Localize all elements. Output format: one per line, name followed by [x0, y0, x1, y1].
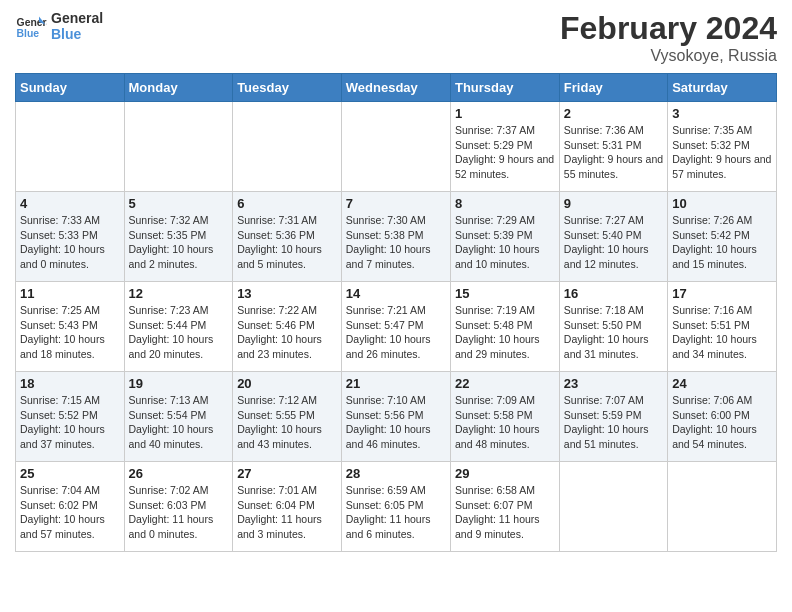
- day-number: 14: [346, 286, 446, 301]
- day-info: Sunrise: 7:15 AM Sunset: 5:52 PM Dayligh…: [20, 393, 120, 452]
- day-cell: 28Sunrise: 6:59 AM Sunset: 6:05 PM Dayli…: [341, 462, 450, 552]
- day-cell: 19Sunrise: 7:13 AM Sunset: 5:54 PM Dayli…: [124, 372, 233, 462]
- day-number: 4: [20, 196, 120, 211]
- day-cell: 20Sunrise: 7:12 AM Sunset: 5:55 PM Dayli…: [233, 372, 342, 462]
- day-cell: 8Sunrise: 7:29 AM Sunset: 5:39 PM Daylig…: [450, 192, 559, 282]
- day-cell: 26Sunrise: 7:02 AM Sunset: 6:03 PM Dayli…: [124, 462, 233, 552]
- day-number: 26: [129, 466, 229, 481]
- logo: General Blue General Blue: [15, 10, 103, 42]
- weekday-header-tuesday: Tuesday: [233, 74, 342, 102]
- day-cell: 17Sunrise: 7:16 AM Sunset: 5:51 PM Dayli…: [668, 282, 777, 372]
- day-number: 25: [20, 466, 120, 481]
- day-info: Sunrise: 7:12 AM Sunset: 5:55 PM Dayligh…: [237, 393, 337, 452]
- day-cell: 5Sunrise: 7:32 AM Sunset: 5:35 PM Daylig…: [124, 192, 233, 282]
- day-cell: [233, 102, 342, 192]
- day-info: Sunrise: 7:29 AM Sunset: 5:39 PM Dayligh…: [455, 213, 555, 272]
- day-number: 24: [672, 376, 772, 391]
- day-info: Sunrise: 7:16 AM Sunset: 5:51 PM Dayligh…: [672, 303, 772, 362]
- day-number: 12: [129, 286, 229, 301]
- month-year: February 2024: [560, 10, 777, 47]
- day-cell: 1Sunrise: 7:37 AM Sunset: 5:29 PM Daylig…: [450, 102, 559, 192]
- weekday-header-thursday: Thursday: [450, 74, 559, 102]
- day-number: 21: [346, 376, 446, 391]
- day-info: Sunrise: 7:31 AM Sunset: 5:36 PM Dayligh…: [237, 213, 337, 272]
- day-cell: 4Sunrise: 7:33 AM Sunset: 5:33 PM Daylig…: [16, 192, 125, 282]
- calendar-table: SundayMondayTuesdayWednesdayThursdayFrid…: [15, 73, 777, 552]
- day-cell: 3Sunrise: 7:35 AM Sunset: 5:32 PM Daylig…: [668, 102, 777, 192]
- day-info: Sunrise: 7:02 AM Sunset: 6:03 PM Dayligh…: [129, 483, 229, 542]
- page-header: General Blue General Blue February 2024 …: [15, 10, 777, 65]
- day-number: 13: [237, 286, 337, 301]
- day-info: Sunrise: 7:32 AM Sunset: 5:35 PM Dayligh…: [129, 213, 229, 272]
- day-info: Sunrise: 7:22 AM Sunset: 5:46 PM Dayligh…: [237, 303, 337, 362]
- day-number: 19: [129, 376, 229, 391]
- day-number: 6: [237, 196, 337, 211]
- day-cell: 11Sunrise: 7:25 AM Sunset: 5:43 PM Dayli…: [16, 282, 125, 372]
- day-number: 10: [672, 196, 772, 211]
- day-number: 2: [564, 106, 663, 121]
- day-info: Sunrise: 7:01 AM Sunset: 6:04 PM Dayligh…: [237, 483, 337, 542]
- day-cell: [668, 462, 777, 552]
- day-info: Sunrise: 7:27 AM Sunset: 5:40 PM Dayligh…: [564, 213, 663, 272]
- week-row-2: 4Sunrise: 7:33 AM Sunset: 5:33 PM Daylig…: [16, 192, 777, 282]
- day-number: 18: [20, 376, 120, 391]
- logo-blue: Blue: [51, 26, 103, 42]
- day-number: 28: [346, 466, 446, 481]
- day-cell: 7Sunrise: 7:30 AM Sunset: 5:38 PM Daylig…: [341, 192, 450, 282]
- day-cell: 6Sunrise: 7:31 AM Sunset: 5:36 PM Daylig…: [233, 192, 342, 282]
- day-info: Sunrise: 7:37 AM Sunset: 5:29 PM Dayligh…: [455, 123, 555, 182]
- day-info: Sunrise: 7:07 AM Sunset: 5:59 PM Dayligh…: [564, 393, 663, 452]
- weekday-header-wednesday: Wednesday: [341, 74, 450, 102]
- weekday-header-row: SundayMondayTuesdayWednesdayThursdayFrid…: [16, 74, 777, 102]
- day-info: Sunrise: 7:13 AM Sunset: 5:54 PM Dayligh…: [129, 393, 229, 452]
- day-info: Sunrise: 7:10 AM Sunset: 5:56 PM Dayligh…: [346, 393, 446, 452]
- day-cell: 18Sunrise: 7:15 AM Sunset: 5:52 PM Dayli…: [16, 372, 125, 462]
- day-info: Sunrise: 7:36 AM Sunset: 5:31 PM Dayligh…: [564, 123, 663, 182]
- day-number: 7: [346, 196, 446, 211]
- day-cell: 2Sunrise: 7:36 AM Sunset: 5:31 PM Daylig…: [559, 102, 667, 192]
- day-cell: 12Sunrise: 7:23 AM Sunset: 5:44 PM Dayli…: [124, 282, 233, 372]
- day-number: 9: [564, 196, 663, 211]
- day-number: 20: [237, 376, 337, 391]
- day-number: 5: [129, 196, 229, 211]
- day-cell: [16, 102, 125, 192]
- day-cell: 13Sunrise: 7:22 AM Sunset: 5:46 PM Dayli…: [233, 282, 342, 372]
- day-info: Sunrise: 7:35 AM Sunset: 5:32 PM Dayligh…: [672, 123, 772, 182]
- day-cell: 23Sunrise: 7:07 AM Sunset: 5:59 PM Dayli…: [559, 372, 667, 462]
- weekday-header-monday: Monday: [124, 74, 233, 102]
- day-cell: [559, 462, 667, 552]
- day-cell: [124, 102, 233, 192]
- svg-text:Blue: Blue: [17, 28, 40, 39]
- day-info: Sunrise: 6:59 AM Sunset: 6:05 PM Dayligh…: [346, 483, 446, 542]
- day-cell: 16Sunrise: 7:18 AM Sunset: 5:50 PM Dayli…: [559, 282, 667, 372]
- day-number: 15: [455, 286, 555, 301]
- day-number: 27: [237, 466, 337, 481]
- weekday-header-sunday: Sunday: [16, 74, 125, 102]
- day-cell: 27Sunrise: 7:01 AM Sunset: 6:04 PM Dayli…: [233, 462, 342, 552]
- day-number: 17: [672, 286, 772, 301]
- day-cell: 21Sunrise: 7:10 AM Sunset: 5:56 PM Dayli…: [341, 372, 450, 462]
- day-cell: 25Sunrise: 7:04 AM Sunset: 6:02 PM Dayli…: [16, 462, 125, 552]
- day-number: 29: [455, 466, 555, 481]
- day-number: 23: [564, 376, 663, 391]
- day-info: Sunrise: 7:09 AM Sunset: 5:58 PM Dayligh…: [455, 393, 555, 452]
- day-number: 16: [564, 286, 663, 301]
- day-number: 3: [672, 106, 772, 121]
- day-info: Sunrise: 7:26 AM Sunset: 5:42 PM Dayligh…: [672, 213, 772, 272]
- day-info: Sunrise: 7:30 AM Sunset: 5:38 PM Dayligh…: [346, 213, 446, 272]
- day-cell: 15Sunrise: 7:19 AM Sunset: 5:48 PM Dayli…: [450, 282, 559, 372]
- day-number: 8: [455, 196, 555, 211]
- day-info: Sunrise: 7:25 AM Sunset: 5:43 PM Dayligh…: [20, 303, 120, 362]
- day-cell: 24Sunrise: 7:06 AM Sunset: 6:00 PM Dayli…: [668, 372, 777, 462]
- day-number: 22: [455, 376, 555, 391]
- day-number: 1: [455, 106, 555, 121]
- week-row-3: 11Sunrise: 7:25 AM Sunset: 5:43 PM Dayli…: [16, 282, 777, 372]
- day-info: Sunrise: 7:21 AM Sunset: 5:47 PM Dayligh…: [346, 303, 446, 362]
- day-cell: [341, 102, 450, 192]
- week-row-4: 18Sunrise: 7:15 AM Sunset: 5:52 PM Dayli…: [16, 372, 777, 462]
- day-number: 11: [20, 286, 120, 301]
- day-info: Sunrise: 6:58 AM Sunset: 6:07 PM Dayligh…: [455, 483, 555, 542]
- day-cell: 9Sunrise: 7:27 AM Sunset: 5:40 PM Daylig…: [559, 192, 667, 282]
- day-info: Sunrise: 7:19 AM Sunset: 5:48 PM Dayligh…: [455, 303, 555, 362]
- day-cell: 10Sunrise: 7:26 AM Sunset: 5:42 PM Dayli…: [668, 192, 777, 282]
